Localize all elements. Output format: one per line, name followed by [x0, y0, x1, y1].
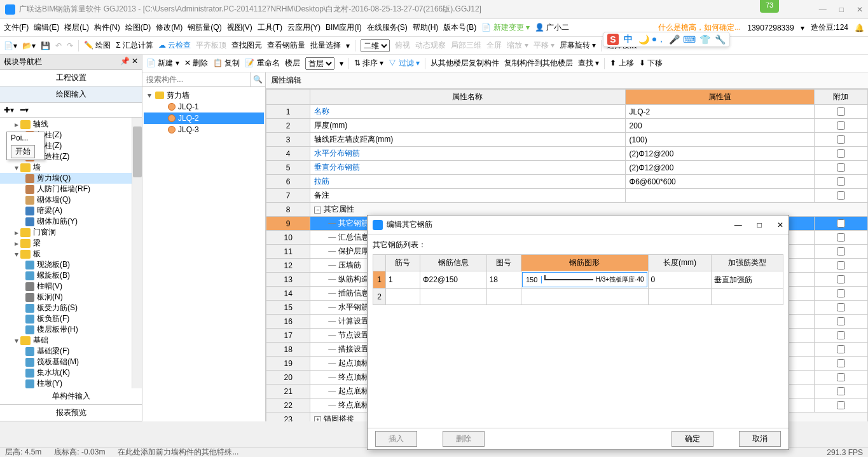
bell-icon[interactable]: 🔔 — [855, 24, 864, 32]
nav-item[interactable]: 板负筋(F) — [0, 313, 142, 324]
nav-item[interactable]: 人防门框墙(RF) — [0, 184, 142, 194]
ime-gear-icon[interactable]: ⌨ — [684, 34, 695, 45]
menu-file[interactable]: 文件(F) — [4, 22, 29, 33]
nav-item[interactable]: ▸梁 — [0, 238, 142, 249]
component-tree[interactable]: ▾剪力墙JLQ-1JLQ-2JLQ-3 — [142, 87, 265, 138]
menu-tool[interactable]: 工具(T) — [258, 22, 282, 33]
table-row[interactable]: 1 1 Φ22@150 18 150 H/3+筏板厚度-40 0 垂直加强筋 — [373, 271, 783, 289]
comp-item[interactable]: JLQ-1 — [144, 101, 264, 113]
extra-checkbox[interactable] — [837, 121, 845, 130]
dialog-minimize-icon[interactable]: — — [734, 221, 742, 229]
extra-checkbox[interactable] — [837, 373, 845, 381]
menu-rebar[interactable]: 钢筋量(Q) — [188, 22, 221, 33]
extra-checkbox[interactable] — [837, 345, 845, 353]
nav-item[interactable]: 楼层板带(H) — [0, 324, 142, 335]
single-input-button[interactable]: 单构件输入 — [0, 388, 142, 405]
close-button[interactable]: ✕ — [857, 5, 863, 14]
nav-item[interactable]: 砌体加筋(Y) — [0, 216, 142, 227]
minimize-button[interactable]: — — [819, 5, 827, 14]
ime-tool-icon[interactable]: 🔧 — [714, 34, 726, 45]
redo-icon[interactable]: ↷ — [67, 41, 73, 50]
local3d-button[interactable]: 局部三维 — [451, 40, 481, 51]
extra-checkbox[interactable] — [837, 317, 845, 325]
nav-item[interactable]: 螺旋板(B) — [0, 270, 142, 281]
nav-item[interactable]: ▸轴线 — [0, 119, 142, 130]
scrollbar[interactable] — [132, 118, 142, 388]
extra-checkbox[interactable] — [837, 219, 845, 228]
report-preview-button[interactable]: 报表预览 — [0, 405, 142, 421]
menu-draw[interactable]: 绘图(D) — [125, 22, 151, 33]
global-button[interactable]: 全屏 — [486, 40, 502, 51]
copy-button[interactable]: 📋 复制 — [213, 58, 240, 69]
comp-item[interactable]: JLQ-3 — [144, 124, 264, 135]
extra-checkbox[interactable] — [837, 275, 845, 283]
nav-item[interactable]: 柱帽(V) — [0, 281, 142, 292]
zoom-button[interactable]: 缩放 ▾ — [507, 40, 528, 51]
floor-select[interactable]: 首层 — [305, 57, 334, 70]
pan-button[interactable]: 平移 ▾ — [534, 40, 555, 51]
extra-checkbox[interactable] — [837, 387, 845, 395]
insert-button[interactable]: 插入 — [375, 431, 417, 447]
extra-checkbox[interactable] — [837, 303, 845, 311]
rotate-button[interactable]: 屏幕旋转 ▾ — [560, 40, 596, 51]
dialog-titlebar[interactable]: 编辑其它钢筋 — □ ✕ — [368, 215, 789, 235]
cell-type[interactable]: 垂直加强筋 — [712, 271, 783, 289]
extra-checkbox[interactable] — [837, 261, 845, 269]
table-row[interactable]: 2 — [373, 289, 783, 305]
menu-edit[interactable]: 编辑(E) — [34, 22, 59, 33]
new-button[interactable]: 📄 新建 ▾ — [146, 58, 179, 69]
view-mode-select[interactable]: 二维 — [361, 39, 390, 52]
copy-from-button[interactable]: 从其他楼层复制构件 — [431, 58, 499, 69]
ime-mic-icon[interactable]: 🎤 — [668, 34, 680, 45]
nav-item[interactable]: ▸门窗洞 — [0, 227, 142, 238]
ime-dot-icon[interactable]: ●， — [653, 34, 665, 45]
cancel-button[interactable]: 取消 — [739, 431, 781, 447]
save-icon[interactable]: 💾 — [41, 41, 50, 50]
nav-item[interactable]: 基础梁(F) — [0, 346, 142, 357]
engineering-settings-button[interactable]: 工程设置 — [0, 70, 142, 86]
ime-shirt-icon[interactable]: 👕 — [699, 34, 710, 45]
extra-checkbox[interactable] — [837, 107, 845, 116]
undo-icon[interactable]: ↶ — [55, 41, 62, 50]
property-row[interactable]: 1名称JLQ-2 — [266, 105, 868, 119]
copy-to-button[interactable]: 复制构件到其他楼层 — [504, 58, 573, 69]
property-row[interactable]: 4水平分布钢筋(2)Φ12@200 — [266, 147, 868, 161]
search-input[interactable] — [142, 72, 250, 86]
extra-checkbox[interactable] — [837, 401, 845, 409]
nav-item[interactable]: ▾基础 — [0, 335, 142, 346]
nav-item[interactable]: 集水坑(K) — [0, 367, 142, 378]
extra-checkbox[interactable] — [837, 191, 845, 200]
new-file-icon[interactable]: 📄▾ — [4, 41, 17, 50]
draw-button[interactable]: ✏️ 绘图 — [84, 40, 111, 51]
filter-button[interactable]: ▽ 过滤 ▾ — [389, 58, 420, 69]
menu-online[interactable]: 在线服务(S) — [367, 22, 408, 33]
nav-item[interactable]: 柱墩(Y) — [0, 378, 142, 388]
open-file-icon[interactable]: 📂▾ — [22, 41, 36, 50]
search-icon[interactable]: 🔍 — [250, 72, 265, 86]
rename-button[interactable]: 📝 重命名 — [245, 58, 279, 69]
ime-toolbar[interactable]: S 中 🌙 ●， 🎤 ⌨ 👕 🔧 — [603, 32, 730, 47]
new-change-button[interactable]: 📄 新建变更 ▾ — [481, 22, 530, 33]
delete-button[interactable]: 删除 — [443, 431, 485, 447]
sort-button[interactable]: ⇅ 排序 ▾ — [354, 58, 384, 69]
cell-length[interactable]: 0 — [648, 271, 712, 289]
menu-floor[interactable]: 楼层(L) — [64, 22, 89, 33]
nav-tabs[interactable]: ✚▾ ━▾ — [0, 103, 142, 118]
property-row[interactable]: 5垂直分布钢筋(2)Φ12@200 — [266, 161, 868, 175]
ime-lang-icon[interactable]: 中 — [623, 34, 634, 45]
flatten-button[interactable]: 平齐板顶 — [196, 40, 226, 51]
ok-button[interactable]: 确定 — [672, 431, 713, 447]
cell-jinhao[interactable]: 1 — [386, 271, 420, 289]
comp-root[interactable]: ▾剪力墙 — [144, 90, 264, 101]
dialog-close-icon[interactable]: ✕ — [777, 221, 783, 229]
menu-view[interactable]: 视图(V) — [227, 22, 252, 33]
ime-moon-icon[interactable]: 🌙 — [638, 34, 649, 45]
find-button[interactable]: 查找 ▾ — [578, 58, 599, 69]
batch-select-button[interactable]: 批量选择 — [310, 40, 341, 51]
property-row[interactable]: 2厚度(mm)200 — [266, 119, 868, 133]
delete-button[interactable]: ✕ 删除 — [184, 58, 208, 69]
dynview-button[interactable]: 动态观察 — [415, 40, 446, 51]
cell-info[interactable]: Φ22@150 — [420, 271, 486, 289]
extra-checkbox[interactable] — [837, 247, 845, 256]
move-up-button[interactable]: ⬆ 上移 — [610, 58, 633, 69]
